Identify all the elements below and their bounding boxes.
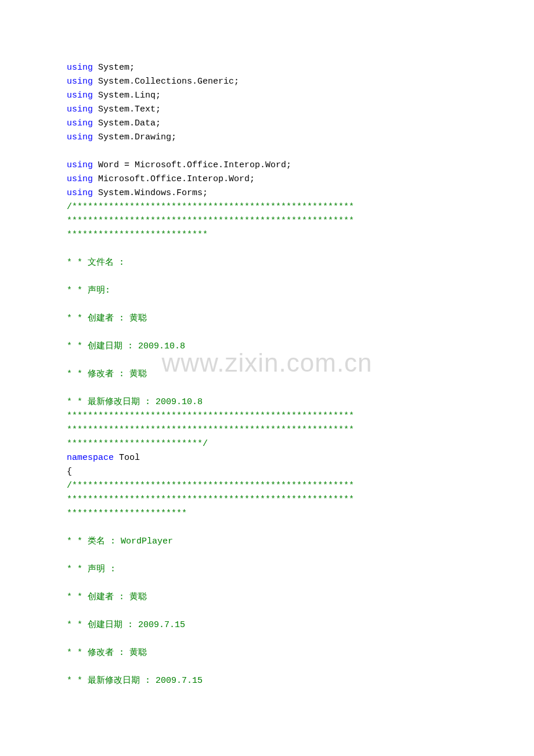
comment-line: * * 声明 : bbox=[67, 564, 116, 574]
code-text: System.Linq; bbox=[93, 91, 161, 100]
code-text: System.Drawing; bbox=[93, 132, 176, 142]
keyword-using: using bbox=[67, 118, 93, 128]
comment-line: * * 创建者 : 黄聪 bbox=[67, 592, 147, 602]
comment-line: /***************************************… bbox=[67, 202, 354, 212]
comment-line: * * 最新修改日期 : 2009.7.15 bbox=[67, 676, 203, 686]
comment-line: * * 创建日期 : 2009.10.8 bbox=[67, 341, 185, 351]
comment-line: /***************************************… bbox=[67, 481, 354, 491]
keyword-using: using bbox=[67, 188, 93, 198]
comment-line: * * 修改者 : 黄聪 bbox=[67, 369, 147, 379]
code-text: Tool bbox=[114, 453, 140, 463]
comment-line: *************************** bbox=[67, 230, 208, 240]
code-text: System.Collections.Generic; bbox=[93, 77, 239, 87]
comment-line: * * 创建者 : 黄聪 bbox=[67, 314, 147, 323]
comment-line: ****************************************… bbox=[67, 411, 354, 421]
keyword-using: using bbox=[67, 174, 93, 184]
keyword-using: using bbox=[67, 91, 93, 100]
code-text: System.Data; bbox=[93, 118, 161, 128]
keyword-using: using bbox=[67, 63, 93, 73]
comment-line: ****************************************… bbox=[67, 495, 354, 505]
code-text: Microsoft.Office.Interop.Word; bbox=[93, 174, 255, 184]
keyword-using: using bbox=[67, 132, 93, 142]
code-text: System.Text; bbox=[93, 105, 161, 114]
keyword-using: using bbox=[67, 105, 93, 114]
comment-line: ****************************************… bbox=[67, 216, 354, 226]
document-page: www.zixin.com.cn using System; using Sys… bbox=[0, 0, 534, 756]
comment-line: ****************************************… bbox=[67, 425, 354, 435]
code-text: System; bbox=[93, 63, 135, 73]
comment-line: * * 声明: bbox=[67, 286, 110, 296]
code-text: { bbox=[67, 467, 72, 477]
comment-line: * * 文件名 : bbox=[67, 258, 124, 268]
keyword-using: using bbox=[67, 77, 93, 87]
code-block: using System; using System.Collections.G… bbox=[67, 61, 467, 688]
code-text: Word = Microsoft.Office.Interop.Word; bbox=[93, 160, 291, 170]
code-text: System.Windows.Forms; bbox=[93, 188, 208, 198]
comment-line: * * 创建日期 : 2009.7.15 bbox=[67, 620, 185, 630]
keyword-using: using bbox=[67, 160, 93, 170]
comment-line: * * 最新修改日期 : 2009.10.8 bbox=[67, 397, 203, 407]
comment-line: *********************** bbox=[67, 509, 187, 519]
comment-line: * * 类名 : WordPlayer bbox=[67, 537, 173, 546]
keyword-namespace: namespace bbox=[67, 453, 114, 463]
comment-line: **************************/ bbox=[67, 439, 208, 449]
comment-line: * * 修改者 : 黄聪 bbox=[67, 648, 147, 658]
